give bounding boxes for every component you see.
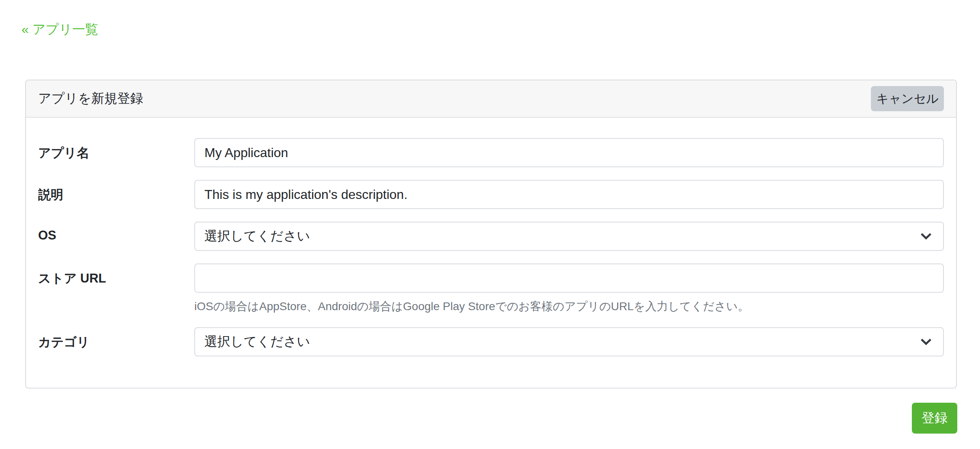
description-input[interactable] [194, 180, 944, 209]
store-url-label: ストア URL [38, 263, 194, 287]
store-url-input[interactable] [194, 263, 944, 293]
category-select-value: 選択してください [204, 333, 310, 351]
panel-title: アプリを新規登録 [38, 90, 143, 108]
description-label: 説明 [38, 180, 194, 203]
store-url-help-text: iOSの場合はAppStore、Androidの場合はGoogle Play S… [194, 298, 944, 315]
app-name-label: アプリ名 [38, 138, 194, 162]
back-to-app-list-link[interactable]: « アプリ一覧 [21, 21, 98, 37]
form-row-os: OS 選択してください [38, 222, 944, 251]
form-row-store-url: ストア URL iOSの場合はAppStore、Androidの場合はGoogl… [38, 263, 944, 315]
new-app-form: アプリ名 説明 OS 選択してください [26, 118, 956, 356]
form-row-category: カテゴリ 選択してください [38, 327, 944, 356]
panel-header: アプリを新規登録 キャンセル [26, 80, 956, 118]
chevron-down-icon [920, 233, 932, 240]
os-select[interactable]: 選択してください [194, 222, 944, 251]
register-button[interactable]: 登録 [912, 403, 957, 434]
app-name-input[interactable] [194, 138, 944, 167]
cancel-button[interactable]: キャンセル [871, 86, 944, 111]
form-row-app-name: アプリ名 [38, 138, 944, 167]
category-label: カテゴリ [38, 327, 194, 351]
page: « アプリ一覧 アプリを新規登録 キャンセル アプリ名 説明 OS [0, 0, 980, 449]
os-select-value: 選択してください [204, 227, 310, 245]
chevron-down-icon [920, 338, 932, 345]
new-app-panel: アプリを新規登録 キャンセル アプリ名 説明 OS 選択してく [25, 80, 957, 389]
category-select[interactable]: 選択してください [194, 327, 944, 356]
form-row-description: 説明 [38, 180, 944, 209]
os-label: OS [38, 222, 194, 243]
